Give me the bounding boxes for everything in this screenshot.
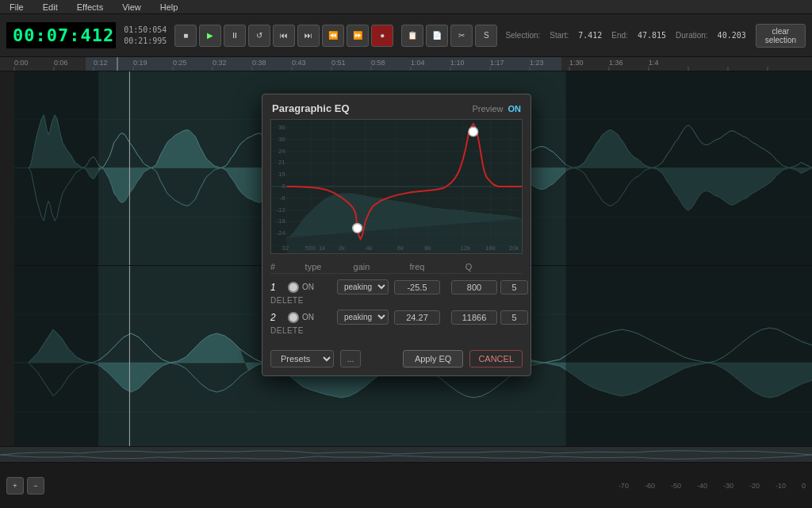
svg-text:0: 0 bbox=[282, 183, 285, 190]
start-value: 7.412 bbox=[578, 31, 602, 40]
svg-text:15: 15 bbox=[278, 171, 285, 178]
apply-eq-button[interactable]: Apply EQ bbox=[403, 350, 463, 368]
menu-effects[interactable]: Effects bbox=[74, 2, 106, 13]
preview-state[interactable]: ON bbox=[508, 104, 522, 114]
band1-num: 1 bbox=[270, 282, 286, 293]
band2-gain-input[interactable] bbox=[394, 310, 440, 325]
band1-toggle[interactable]: ON bbox=[288, 282, 335, 293]
band1-toggle-dot[interactable] bbox=[288, 282, 299, 293]
clear-selection-button[interactable]: clear selection bbox=[756, 24, 806, 48]
cancel-button[interactable]: CANCEL bbox=[469, 350, 523, 368]
presets-select[interactable]: Presets bbox=[270, 350, 334, 368]
svg-text:8k: 8k bbox=[424, 244, 431, 252]
band1-type-select[interactable]: peaking bbox=[337, 279, 389, 294]
svg-text:0:12: 0:12 bbox=[94, 59, 108, 67]
zoom-out-button[interactable]: − bbox=[27, 477, 44, 495]
mini-timeline-svg bbox=[0, 447, 812, 463]
loop-button[interactable]: ↺ bbox=[248, 25, 270, 47]
s-button[interactable]: S bbox=[475, 25, 497, 47]
eq-table-header: # type gain freq Q bbox=[270, 260, 523, 274]
rewind-step-button[interactable]: ⏮ bbox=[273, 25, 295, 47]
db-label-n10: -10 bbox=[776, 482, 786, 490]
stop-button[interactable]: ■ bbox=[174, 25, 197, 47]
clip-button[interactable]: 📋 bbox=[401, 25, 423, 47]
svg-text:0:25: 0:25 bbox=[173, 59, 187, 67]
clipboard-button[interactable]: 📄 bbox=[426, 25, 448, 47]
svg-text:0:43: 0:43 bbox=[292, 59, 306, 67]
band2-toggle-dot[interactable] bbox=[288, 312, 299, 323]
band2-delete-button[interactable]: DELETE bbox=[270, 326, 286, 335]
transport-controls: ■ ▶ ⏸ ↺ ⏮ ⏭ ⏪ ⏩ ● bbox=[174, 25, 393, 47]
start-label: Start: bbox=[550, 31, 569, 40]
svg-text:0:06: 0:06 bbox=[54, 59, 68, 67]
eq-band1-row: 1 ON peaking DELETE bbox=[270, 277, 523, 307]
band2-num: 2 bbox=[270, 312, 286, 323]
zoom-in-button[interactable]: + bbox=[6, 477, 24, 495]
band2-toggle[interactable]: ON bbox=[288, 312, 335, 323]
band1-q-input[interactable] bbox=[500, 280, 528, 294]
svg-text:2k: 2k bbox=[339, 244, 345, 252]
menu-help[interactable]: Help bbox=[157, 2, 182, 13]
svg-rect-55 bbox=[0, 447, 812, 463]
svg-rect-45 bbox=[566, 71, 812, 265]
eq-controls: # type gain freq Q 1 ON peaking DELETE 2 bbox=[262, 254, 530, 344]
svg-text:500: 500 bbox=[305, 244, 316, 252]
band1-on-label: ON bbox=[302, 283, 314, 291]
svg-text:0:58: 0:58 bbox=[371, 59, 385, 67]
col-hash: # bbox=[270, 262, 286, 271]
more-options-button[interactable]: ... bbox=[340, 350, 361, 368]
svg-text:12k: 12k bbox=[461, 244, 471, 252]
end-value: 47.815 bbox=[638, 31, 666, 40]
eq-graph[interactable]: 32 500 1k 2k 4k 6k 8k 12k 16k 20k 36 30 … bbox=[270, 119, 523, 254]
band1-gain-input[interactable] bbox=[394, 280, 440, 294]
menu-view[interactable]: View bbox=[119, 2, 144, 13]
svg-text:1:23: 1:23 bbox=[530, 59, 544, 67]
next-button[interactable]: ⏩ bbox=[347, 25, 369, 47]
db-label-n50: -50 bbox=[671, 482, 681, 490]
db-label-0: 0 bbox=[802, 482, 806, 490]
pause-button[interactable]: ⏸ bbox=[224, 25, 246, 47]
svg-text:-6: -6 bbox=[280, 194, 286, 202]
col-type: type bbox=[286, 262, 334, 271]
svg-text:-12: -12 bbox=[276, 206, 285, 214]
db-label-n30: -30 bbox=[723, 482, 733, 490]
svg-text:32: 32 bbox=[282, 244, 289, 252]
svg-text:30: 30 bbox=[278, 136, 285, 143]
eq-band2-row: 2 ON peaking DELETE bbox=[270, 307, 523, 337]
svg-text:36: 36 bbox=[278, 124, 285, 131]
db-label-n70: -70 bbox=[619, 482, 629, 490]
band2-on-label: ON bbox=[302, 313, 314, 321]
menu-bar: File Edit Effects View Help bbox=[0, 0, 812, 14]
eq-band1-handle bbox=[353, 223, 362, 233]
svg-rect-52 bbox=[566, 266, 812, 460]
svg-text:4k: 4k bbox=[366, 244, 372, 252]
eq-dialog-header: Paragraphic EQ Preview ON bbox=[262, 94, 530, 119]
band2-q-input[interactable] bbox=[500, 310, 528, 325]
cut-button[interactable]: ✂ bbox=[450, 25, 473, 47]
svg-text:16k: 16k bbox=[485, 244, 496, 252]
record-button[interactable]: ● bbox=[371, 25, 393, 47]
band1-freq-input[interactable] bbox=[451, 280, 497, 294]
eq-dialog-title: Paragraphic EQ bbox=[272, 102, 350, 114]
band2-type-select[interactable]: peaking bbox=[337, 310, 389, 325]
svg-text:1:10: 1:10 bbox=[450, 59, 465, 67]
band1-delete-button[interactable]: DELETE bbox=[270, 296, 286, 305]
play-button[interactable]: ▶ bbox=[199, 25, 221, 47]
preview-text: Preview bbox=[472, 104, 503, 114]
eq-footer: Presets ... Apply EQ CANCEL bbox=[262, 344, 530, 375]
svg-text:0:38: 0:38 bbox=[252, 59, 266, 67]
status-bar: + − -70 -60 -50 -40 -30 -20 -10 0 bbox=[0, 462, 812, 508]
menu-edit[interactable]: Edit bbox=[40, 2, 61, 13]
svg-text:1:4: 1:4 bbox=[649, 59, 659, 67]
menu-file[interactable]: File bbox=[6, 2, 27, 13]
forward-step-button[interactable]: ⏭ bbox=[297, 25, 320, 47]
svg-rect-51 bbox=[14, 266, 98, 460]
band2-freq-input[interactable] bbox=[451, 310, 497, 325]
prev-button[interactable]: ⏪ bbox=[322, 25, 344, 47]
svg-text:1:30: 1:30 bbox=[569, 59, 584, 67]
status-controls: + − bbox=[6, 477, 44, 495]
svg-text:1:36: 1:36 bbox=[609, 59, 623, 67]
mini-timeline[interactable] bbox=[0, 446, 812, 462]
selection-label: Selection: bbox=[505, 31, 540, 40]
transport-bar: 00:07:412 01:50:054 00:21:995 ■ ▶ ⏸ ↺ ⏮ … bbox=[0, 14, 812, 57]
